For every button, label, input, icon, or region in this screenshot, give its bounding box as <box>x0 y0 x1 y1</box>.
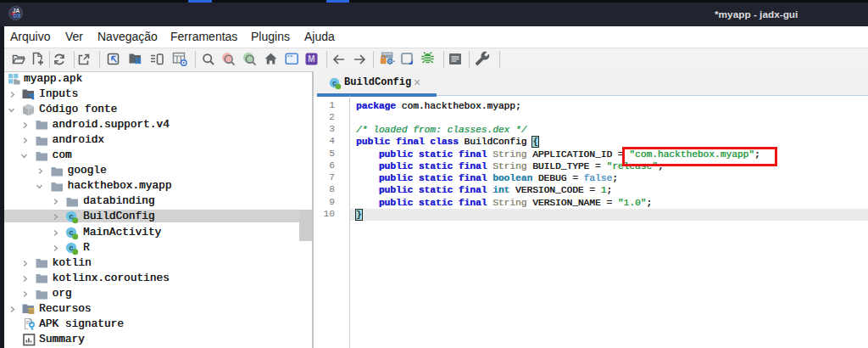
svg-text:M: M <box>308 54 314 64</box>
svg-text:DX: DX <box>13 13 21 19</box>
